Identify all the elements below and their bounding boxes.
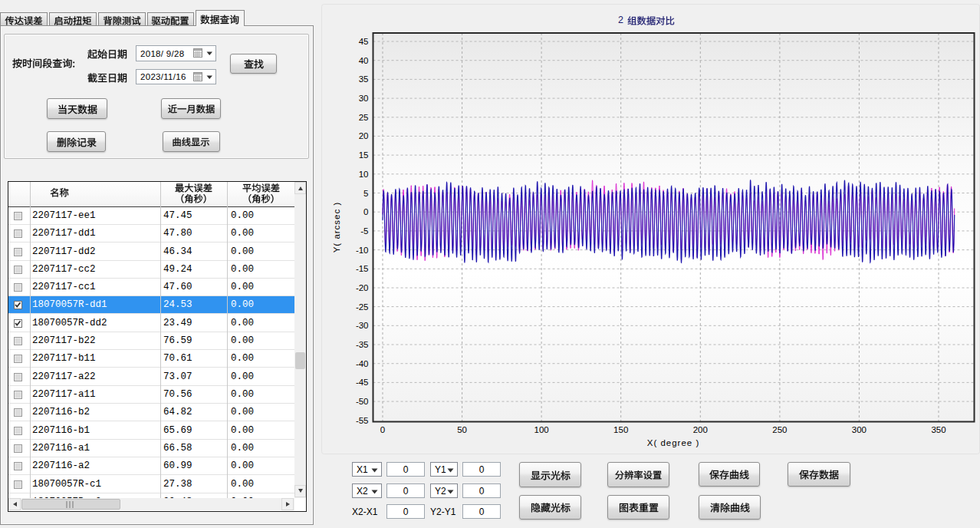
- svg-text:-20: -20: [356, 283, 369, 292]
- svg-text:350: 350: [931, 425, 945, 434]
- svg-text:-30: -30: [356, 321, 369, 330]
- svg-text:0: 0: [363, 207, 368, 216]
- svg-text:300: 300: [852, 425, 867, 434]
- svg-text:Y( arcsec ): Y( arcsec ): [332, 202, 341, 253]
- svg-text:-40: -40: [356, 359, 369, 368]
- svg-text:25: 25: [359, 113, 369, 122]
- svg-text:-5: -5: [360, 226, 368, 236]
- svg-text:X( degree ): X( degree ): [647, 438, 700, 447]
- svg-text:35: 35: [359, 74, 369, 84]
- svg-text:20: 20: [359, 131, 369, 140]
- svg-text:200: 200: [693, 425, 708, 434]
- svg-text:-45: -45: [356, 378, 369, 387]
- svg-text:40: 40: [359, 56, 369, 65]
- svg-text:-35: -35: [356, 340, 369, 349]
- svg-text:-55: -55: [356, 416, 369, 425]
- svg-text:50: 50: [457, 425, 467, 434]
- svg-text:250: 250: [772, 425, 787, 434]
- svg-text:0: 0: [380, 425, 385, 434]
- svg-text:150: 150: [613, 425, 628, 434]
- svg-text:15: 15: [359, 150, 369, 160]
- svg-text:5: 5: [363, 189, 368, 198]
- svg-text:-15: -15: [356, 264, 369, 273]
- svg-text:45: 45: [359, 37, 369, 46]
- svg-text:10: 10: [359, 170, 369, 179]
- svg-text:-25: -25: [356, 302, 369, 312]
- svg-text:-10: -10: [356, 246, 369, 255]
- svg-text:30: 30: [359, 94, 369, 103]
- svg-text:100: 100: [534, 425, 549, 434]
- svg-text:-50: -50: [356, 397, 369, 406]
